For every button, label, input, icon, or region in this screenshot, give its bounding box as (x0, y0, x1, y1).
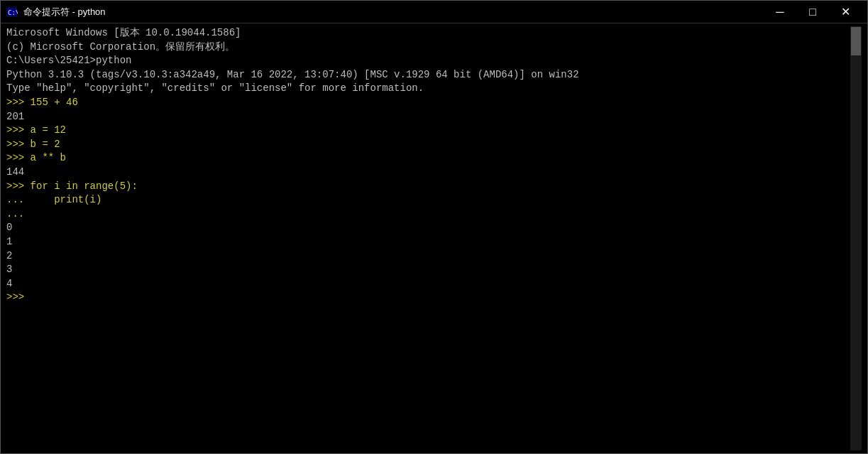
terminal-line: >>> a = 12 (6, 124, 850, 138)
terminal-content: Microsoft Windows [版本 10.0.19044.1586](c… (6, 26, 850, 450)
terminal-line: Type "help", "copyright", "credits" or "… (6, 82, 850, 96)
cmd-icon: C:\ (6, 6, 18, 18)
terminal-line: C:\Users\25421>python (6, 54, 850, 68)
terminal-line: 201 (6, 110, 850, 124)
maximize-button[interactable]: □ (796, 1, 829, 23)
svg-text:C:\: C:\ (8, 9, 18, 16)
terminal-line: (c) Microsoft Corporation。保留所有权利。 (6, 40, 850, 55)
terminal-line: 4 (6, 277, 850, 291)
titlebar-left: C:\ 命令提示符 - python (6, 6, 106, 18)
terminal-line: >>> 155 + 46 (6, 96, 850, 110)
scrollbar-thumb[interactable] (851, 27, 861, 55)
window-title: 命令提示符 - python (23, 6, 106, 18)
terminal-line: >>> (6, 291, 850, 305)
terminal-scrollbar[interactable] (850, 26, 862, 450)
terminal-line: >>> b = 2 (6, 138, 850, 152)
terminal-line: 1 (6, 235, 850, 249)
terminal-line: Microsoft Windows [版本 10.0.19044.1586] (6, 26, 850, 40)
terminal-line: 3 (6, 263, 850, 277)
cmd-window: C:\ 命令提示符 - python ─ □ ✕ Microsoft Windo… (0, 0, 868, 454)
terminal-line: 0 (6, 221, 850, 235)
terminal-line: ... (6, 207, 850, 222)
titlebar: C:\ 命令提示符 - python ─ □ ✕ (1, 1, 867, 23)
terminal-line: 2 (6, 249, 850, 264)
terminal-line: ... print(i) (6, 193, 850, 207)
terminal-body[interactable]: Microsoft Windows [版本 10.0.19044.1586](c… (1, 23, 867, 453)
terminal-line: 144 (6, 166, 850, 180)
titlebar-controls: ─ □ ✕ (764, 1, 862, 23)
terminal-line: >>> for i in range(5): (6, 180, 850, 194)
close-button[interactable]: ✕ (829, 1, 862, 23)
terminal-line: Python 3.10.3 (tags/v3.10.3:a342a49, Mar… (6, 68, 850, 82)
terminal-line: >>> a ** b (6, 151, 850, 166)
minimize-button[interactable]: ─ (764, 1, 796, 23)
